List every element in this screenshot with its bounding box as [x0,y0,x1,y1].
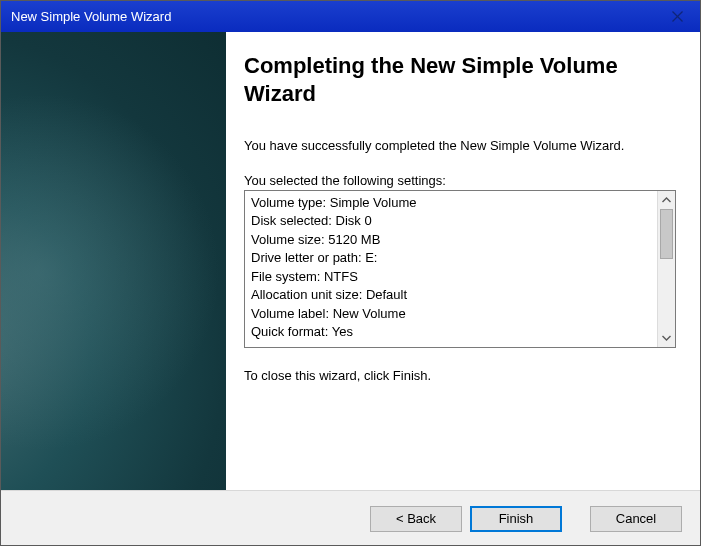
settings-line[interactable]: Drive letter or path: E: [251,249,669,268]
wizard-success-text: You have successfully completed the New … [244,137,676,155]
wizard-side-panel [1,32,226,490]
finish-button[interactable]: Finish [470,506,562,532]
settings-list-wrap: Volume type: Simple VolumeDisk selected:… [244,190,676,348]
button-bar: < Back Finish Cancel [1,490,700,546]
cancel-button[interactable]: Cancel [590,506,682,532]
content-area: Completing the New Simple Volume Wizard … [1,32,700,490]
chevron-down-icon [662,335,671,341]
settings-line[interactable]: Volume size: 5120 MB [251,231,669,250]
titlebar: New Simple Volume Wizard [1,1,700,32]
wizard-main-panel: Completing the New Simple Volume Wizard … [226,32,700,490]
close-icon [672,11,683,22]
settings-line[interactable]: Volume label: New Volume [251,305,669,324]
settings-label: You selected the following settings: [244,173,676,188]
scroll-track[interactable] [658,209,675,329]
window-title: New Simple Volume Wizard [11,9,171,24]
settings-line[interactable]: Disk selected: Disk 0 [251,212,669,231]
settings-line[interactable]: Allocation unit size: Default [251,286,669,305]
settings-line[interactable]: Quick format: Yes [251,323,669,342]
scroll-up-button[interactable] [658,191,676,209]
settings-line[interactable]: File system: NTFS [251,268,669,287]
settings-listbox[interactable]: Volume type: Simple VolumeDisk selected:… [244,190,676,348]
scrollbar[interactable] [657,191,675,347]
back-button[interactable]: < Back [370,506,462,532]
wizard-heading: Completing the New Simple Volume Wizard [244,52,676,107]
scroll-thumb[interactable] [660,209,673,259]
wizard-close-text: To close this wizard, click Finish. [244,368,676,383]
scroll-down-button[interactable] [658,329,676,347]
settings-line[interactable]: Volume type: Simple Volume [251,194,669,213]
close-button[interactable] [654,1,700,32]
chevron-up-icon [662,197,671,203]
